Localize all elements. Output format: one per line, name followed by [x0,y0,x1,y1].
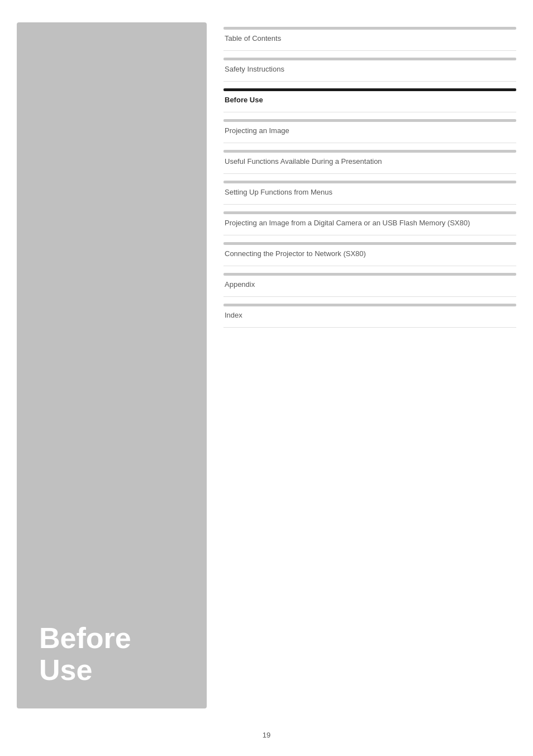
nav-bar-projecting-an-image [223,119,516,122]
nav-label-projecting-digital: Projecting an Image from a Digital Camer… [223,219,516,227]
nav-item-appendix[interactable]: Appendix [223,266,516,297]
section-title: Before Use [39,622,184,686]
nav-item-setting-up-functions[interactable]: Setting Up Functions from Menus [223,174,516,205]
nav-label-projecting-an-image: Projecting an Image [223,126,516,135]
left-panel: Before Use [17,22,207,708]
page-footer: 19 [0,720,533,756]
nav-item-safety-instructions[interactable]: Safety Instructions [223,51,516,82]
nav-label-index: Index [223,311,516,319]
page-number: 19 [263,731,270,739]
nav-label-appendix: Appendix [223,280,516,289]
nav-item-projecting-digital[interactable]: Projecting an Image from a Digital Camer… [223,205,516,235]
nav-bar-before-use [223,88,516,91]
nav-bar-setting-up-functions [223,181,516,183]
nav-label-useful-functions: Useful Functions Available During a Pres… [223,157,516,166]
nav-label-before-use: Before Use [223,96,516,104]
nav-bar-useful-functions [223,150,516,153]
nav-bar-safety-instructions [223,58,516,60]
nav-bar-index [223,304,516,306]
nav-item-projecting-an-image[interactable]: Projecting an Image [223,112,516,143]
right-panel: Table of ContentsSafety InstructionsBefo… [223,22,516,708]
main-content: Before Use Table of ContentsSafety Instr… [0,0,533,720]
nav-bar-connecting-network [223,242,516,245]
nav-label-connecting-network: Connecting the Projector to Network (SX8… [223,249,516,258]
nav-item-useful-functions[interactable]: Useful Functions Available During a Pres… [223,143,516,174]
nav-bar-appendix [223,273,516,276]
nav-item-index[interactable]: Index [223,297,516,328]
nav-label-setting-up-functions: Setting Up Functions from Menus [223,188,516,196]
nav-item-before-use[interactable]: Before Use [223,82,516,112]
nav-item-table-of-contents[interactable]: Table of Contents [223,22,516,51]
page-container: Before Use Table of ContentsSafety Instr… [0,0,533,756]
nav-label-table-of-contents: Table of Contents [223,34,516,42]
nav-bar-projecting-digital [223,211,516,214]
nav-item-connecting-network[interactable]: Connecting the Projector to Network (SX8… [223,235,516,266]
nav-bar-table-of-contents [223,27,516,30]
nav-label-safety-instructions: Safety Instructions [223,65,516,73]
